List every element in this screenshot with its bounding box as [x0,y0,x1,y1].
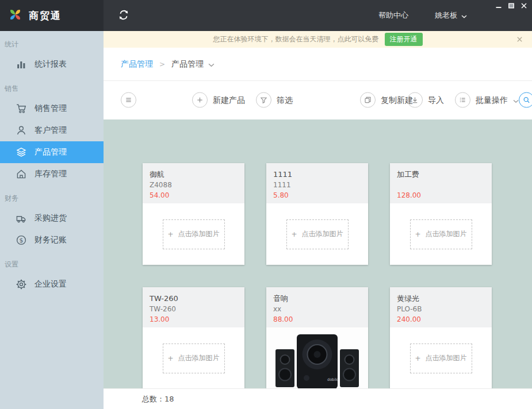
trial-banner: 您正在体验环境下，数据会在当天清理，点此可以免费 注册开通 [104,31,532,48]
add-image-button[interactable]: + 点击添加图片 [286,219,349,249]
sidebar-item-label: 库存管理 [35,169,67,179]
topbar: 商贸通 帮助中心 姚老板 [0,0,532,31]
product-spec: xx [273,304,361,314]
product-card[interactable]: 加工费 128.00 + 点击添加图片 [390,163,492,265]
sidebar-item-product-management[interactable]: 产品管理 [0,141,104,163]
plus-icon: + [291,230,297,238]
product-name: 御航 [150,169,238,180]
truck-icon [16,213,27,224]
product-spec: 1111 [273,180,361,190]
sidebar-item-customer-management[interactable]: 客户管理 [0,119,104,141]
product-card[interactable]: 1111 1111 5.80 + 点击添加图片 [266,163,368,265]
app-logo-icon [7,7,23,25]
sidebar-item-label: 客户管理 [35,125,67,136]
breadcrumb-root[interactable]: 产品管理 [121,59,153,70]
import-button[interactable]: 导入 [407,92,444,108]
product-name: 1111 [273,169,361,180]
add-image-button[interactable]: + 点击添加图片 [410,344,472,373]
register-button[interactable]: 注册开通 [385,33,423,46]
search-button[interactable] [519,92,532,108]
sidebar-item-sales-management[interactable]: 销售管理 [0,98,104,119]
menu-toggle-button[interactable] [121,92,136,108]
app-window: 商贸通 帮助中心 姚老板 [0,0,532,409]
plus-icon [192,92,208,108]
sidebar-section-sales: 销售 [0,75,104,98]
sidebar-item-inventory-management[interactable]: 库存管理 [0,163,104,185]
product-card[interactable]: TW-260 TW-260 13.00 + 点击添加图片 [143,287,244,388]
add-image-button[interactable]: + 点击添加图片 [163,344,225,373]
product-name: 加工费 [397,169,485,180]
help-center-link[interactable]: 帮助中心 [378,10,408,21]
product-card-body: + 点击添加图片 [390,203,492,265]
cart-icon [16,103,27,114]
footer-bar: 总数：18 [104,388,532,409]
filter-icon [256,92,271,108]
toolbar: 新建产品 筛选 复制新建 导入 [104,81,532,119]
import-label: 导入 [428,95,444,105]
product-card-header: 御航 Z4088 54.00 [143,163,244,203]
sidebar-item-purchasing[interactable]: 采购进货 [0,207,104,229]
user-menu[interactable]: 姚老板 [435,10,467,21]
close-button[interactable] [519,2,529,10]
product-card-body: + 点击添加图片 [143,327,244,388]
batch-operations-button[interactable]: 批量操作 [455,92,519,108]
product-card-body: + 点击添加图片 [266,203,368,265]
product-card-header: TW-260 TW-260 13.00 [143,287,244,327]
user-name: 姚老板 [435,10,457,21]
product-price: 240.00 [397,314,485,325]
product-spec: PLO-6B [397,304,485,314]
product-card[interactable]: 黄绿光 PLO-6B 240.00 + 点击添加图片 [390,287,492,388]
sidebar-item-label: 企业设置 [35,279,67,290]
dollar-icon: $ [16,234,27,246]
total-count-label: 总数：18 [142,394,174,404]
breadcrumb: 产品管理 > 产品管理 [104,48,532,81]
product-card[interactable]: 音响 xx 88.00 [266,287,368,388]
batch-operations-label: 批量操作 [476,95,508,105]
product-spec: TW-260 [150,304,238,314]
trial-banner-message: 您正在体验环境下，数据会在当天清理，点此可以免费 [213,34,379,44]
house-icon [16,168,27,180]
add-image-label: 点击添加图片 [178,229,220,239]
sidebar-item-enterprise-settings[interactable]: 企业设置 [0,273,104,295]
add-image-button[interactable]: + 点击添加图片 [163,219,225,249]
minimize-button[interactable] [494,2,503,10]
logo-area: 商贸通 [0,0,104,31]
filter-button[interactable]: 筛选 [256,92,293,108]
copy-icon [360,92,376,108]
product-card[interactable]: 御航 Z4088 54.00 + 点击添加图片 [143,163,244,265]
list-icon [455,92,470,108]
copy-new-button[interactable]: 复制新建 [360,92,413,108]
sidebar-item-label: 统计报表 [35,59,67,70]
product-photo-brand: dobile [327,377,339,382]
layers-icon [16,146,27,158]
product-name: TW-260 [150,293,238,304]
sidebar-section-finance: 财务 [0,185,104,207]
product-price: 54.00 [150,190,238,200]
app-title: 商贸通 [29,9,62,22]
refresh-icon[interactable] [117,9,131,22]
bar-chart-icon [16,59,27,70]
product-name: 音响 [273,293,361,304]
add-image-label: 点击添加图片 [178,353,220,363]
banner-close-icon[interactable] [516,36,523,44]
sidebar-section-settings: 设置 [0,251,104,273]
sidebar-item-label: 采购进货 [35,213,67,223]
product-card-header: 加工费 128.00 [390,163,492,203]
product-photo-speakers: dobile [266,327,368,388]
sidebar: 统计 统计报表 销售 销售管理 客户管理 [0,31,104,409]
breadcrumb-current[interactable]: 产品管理 [171,59,215,70]
sidebar-item-financial-accounting[interactable]: $ 财务记账 [0,229,104,251]
new-product-button[interactable]: 新建产品 [192,92,245,108]
gear-icon [16,279,27,290]
dollar-glyph: $ [20,237,24,244]
breadcrumb-current-label: 产品管理 [171,59,204,70]
sidebar-item-statistical-reports[interactable]: 统计报表 [0,53,104,75]
add-image-label: 点击添加图片 [426,229,467,239]
product-list-area: 御航 Z4088 54.00 + 点击添加图片 1111 1111 [104,119,532,388]
sidebar-item-label: 销售管理 [35,103,67,114]
maximize-button[interactable] [507,2,516,10]
product-name: 黄绿光 [397,293,485,304]
add-image-button[interactable]: + 点击添加图片 [410,219,472,249]
add-image-label: 点击添加图片 [426,353,467,363]
new-product-label: 新建产品 [213,95,245,105]
